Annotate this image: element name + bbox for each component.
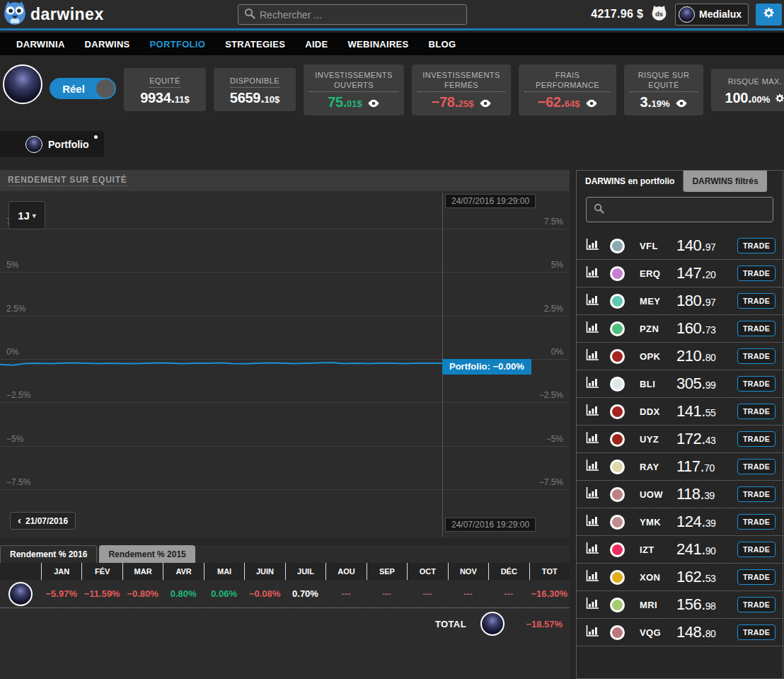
portfolio-avatar[interactable] — [3, 64, 42, 104]
nav-item[interactable]: DARWINIA — [6, 39, 75, 50]
eye-icon[interactable] — [675, 99, 688, 108]
month-column-header: TOT — [529, 563, 570, 580]
stat-card-closed-investments: INVESTISSEMENTS FERMÉS −78.25$ — [412, 64, 511, 115]
gear-icon[interactable] — [775, 93, 784, 103]
darwin-ticker: ERQ — [640, 268, 676, 279]
trade-button[interactable]: TRADE — [737, 459, 776, 474]
trade-button[interactable]: TRADE — [737, 266, 776, 281]
trade-button[interactable]: TRADE — [737, 376, 776, 392]
bar-chart-icon[interactable] — [586, 625, 610, 640]
darwin-ticker: PZN — [640, 324, 676, 334]
chevron-left-icon: ‹ — [18, 515, 21, 525]
darwin-row[interactable]: OPK 210.80 TRADE — [577, 343, 783, 370]
bar-chart-icon[interactable] — [586, 515, 610, 530]
trade-button[interactable]: TRADE — [737, 514, 776, 530]
range-selector-dropdown[interactable]: 1J ▾ — [8, 201, 45, 229]
darwin-row[interactable]: UOW 118.39 TRADE — [577, 481, 783, 508]
darwins-search-input[interactable] — [609, 205, 766, 215]
darwin-quote: 241.90 — [676, 540, 733, 559]
darwin-color-avatar — [610, 570, 625, 585]
nav-item[interactable]: DARWINS — [75, 39, 140, 50]
bar-chart-icon[interactable] — [586, 570, 610, 585]
real-demo-toggle[interactable]: Réel — [50, 78, 116, 99]
ds-badge-icon[interactable]: ds — [650, 4, 668, 24]
tab-returns-2015[interactable]: Rendement % 2015 — [99, 545, 195, 563]
trade-button[interactable]: TRADE — [737, 238, 776, 253]
previous-date-button[interactable]: ‹ 21/07/2016 — [10, 512, 76, 530]
settings-button[interactable] — [756, 4, 782, 25]
darwin-row[interactable]: PZN 160.73 TRADE — [577, 315, 783, 343]
nav-item[interactable]: BLOG — [419, 39, 466, 50]
month-return-value: --- — [488, 588, 529, 599]
month-column-header: FÉV — [81, 563, 122, 580]
brand[interactable]: darwinex — [0, 0, 104, 28]
darwin-quote: 147.20 — [676, 264, 733, 283]
darwin-row[interactable]: VQG 148.80 TRADE — [577, 619, 783, 646]
bar-chart-icon[interactable] — [586, 266, 610, 281]
eye-icon[interactable] — [585, 99, 598, 108]
tab-returns-2016[interactable]: Rendement % 2016 — [0, 545, 97, 563]
svg-text:ds: ds — [655, 10, 663, 18]
equity-chart-plot[interactable]: 24/07/2016 19:29:00 24/07/2016 19:29:00 … — [0, 191, 570, 538]
darwin-color-avatar — [610, 625, 625, 640]
darwin-row[interactable]: VFL 140.97 TRADE — [577, 232, 783, 260]
trade-button[interactable]: TRADE — [737, 624, 776, 640]
darwin-row[interactable]: UYZ 172.43 TRADE — [577, 426, 783, 453]
bar-chart-icon[interactable] — [586, 294, 610, 309]
bar-chart-icon[interactable] — [586, 349, 610, 364]
month-return-value: --- — [325, 588, 366, 599]
month-column-header: MAR — [122, 563, 163, 580]
bar-chart-icon[interactable] — [586, 432, 610, 447]
darwin-color-avatar — [610, 266, 625, 281]
eye-icon[interactable] — [367, 99, 380, 108]
tab-portfolio[interactable]: Portfolio — [0, 131, 104, 157]
portfolio-value-tooltip: Portfolio: −0.00% — [442, 359, 531, 375]
bar-chart-icon[interactable] — [586, 239, 610, 253]
trade-button[interactable]: TRADE — [737, 404, 776, 419]
darwin-row[interactable]: BLI 305.99 TRADE — [577, 370, 783, 398]
user-menu[interactable]: Medialux — [675, 4, 749, 25]
total-row-avatar — [480, 612, 505, 636]
darwin-row[interactable]: MEY 180.97 TRADE — [577, 287, 783, 315]
nav-item[interactable]: AIDE — [295, 39, 338, 50]
bar-chart-icon[interactable] — [586, 321, 610, 336]
bar-chart-icon[interactable] — [586, 460, 610, 474]
bar-chart-icon[interactable] — [586, 598, 610, 612]
darwin-row[interactable]: XON 162.53 TRADE — [577, 564, 783, 591]
darwin-row[interactable]: YMK 124.39 TRADE — [577, 508, 783, 536]
nav-item[interactable]: WEBINAIRES — [338, 39, 419, 50]
month-column-header: DÉC — [488, 563, 529, 580]
trade-button[interactable]: TRADE — [737, 293, 776, 309]
darwin-quote: 210.80 — [676, 347, 733, 365]
equity-return-chart-panel: RENDEMENT SUR EQUITÉ 24/07/2016 19:29:00… — [0, 170, 570, 538]
trade-button[interactable]: TRADE — [737, 569, 776, 585]
darwin-row[interactable]: MRI 156.98 TRADE — [577, 591, 783, 619]
search-input[interactable] — [260, 9, 461, 21]
returns-header-row: JANFÉVMARAVRMAIJUINJUILAOUSEPOCTNOVDÉCTO… — [0, 563, 570, 580]
month-column-header: AOU — [325, 563, 366, 580]
bar-chart-icon[interactable] — [586, 542, 610, 557]
trade-button[interactable]: TRADE — [737, 542, 776, 557]
toggle-label: Réel — [50, 83, 96, 95]
trade-button[interactable]: TRADE — [737, 597, 776, 612]
eye-icon[interactable] — [479, 99, 492, 108]
darwin-row[interactable]: RAY 117.70 TRADE — [577, 453, 783, 481]
darwin-row[interactable]: DDX 141.55 TRADE — [577, 398, 783, 426]
trade-button[interactable]: TRADE — [737, 486, 776, 502]
trade-button[interactable]: TRADE — [737, 431, 776, 447]
darwin-quote: 124.39 — [676, 513, 733, 531]
chevron-down-icon: ▾ — [33, 212, 36, 219]
nav-item[interactable]: STRATEGIES — [215, 39, 295, 50]
darwin-color-avatar — [610, 487, 625, 502]
trade-button[interactable]: TRADE — [737, 321, 776, 336]
darwin-row[interactable]: IZT 241.90 TRADE — [577, 536, 783, 564]
tab-darwins-in-portfolio[interactable]: DARWINS en portfolio — [577, 171, 684, 192]
username: Medialux — [699, 8, 742, 20]
bar-chart-icon[interactable] — [586, 404, 610, 419]
nav-item[interactable]: PORTFOLIO — [140, 39, 216, 50]
tab-darwins-filtered[interactable]: DARWINS filtrés — [684, 171, 766, 192]
darwin-row[interactable]: ERQ 147.20 TRADE — [577, 260, 783, 287]
bar-chart-icon[interactable] — [586, 487, 610, 502]
bar-chart-icon[interactable] — [586, 377, 610, 392]
trade-button[interactable]: TRADE — [737, 348, 776, 364]
